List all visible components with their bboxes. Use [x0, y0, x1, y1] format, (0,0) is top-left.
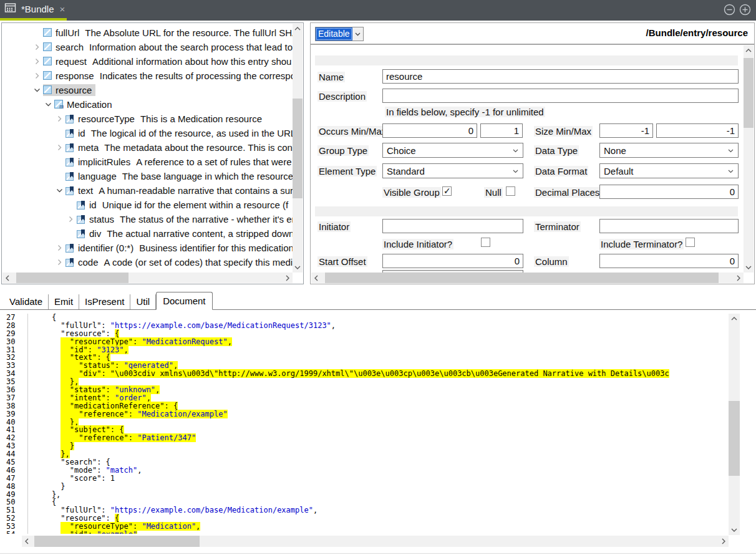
chevron-down-icon[interactable]: [56, 187, 63, 194]
tree-item-div[interactable]: divThe actual narrative content, a strip…: [2, 226, 293, 241]
chevron-right-icon[interactable]: [56, 144, 63, 151]
tree-item-text[interactable]: textA human-readable narrative that cont…: [2, 183, 293, 198]
column-input[interactable]: [599, 254, 739, 268]
tab-document[interactable]: Document: [156, 292, 212, 310]
element-type-value: Standard: [387, 166, 425, 176]
tree-item-name: Medication: [67, 99, 112, 110]
scroll-up-icon[interactable]: [729, 314, 740, 324]
initiator-input[interactable]: [382, 219, 523, 233]
tree-item-language[interactable]: languageThe base language in which the r…: [2, 169, 293, 183]
group-type-select[interactable]: Choice: [382, 143, 523, 158]
include-initiator-checkbox[interactable]: [481, 238, 490, 247]
document-horizontal-scrollbar[interactable]: [22, 536, 729, 547]
name-input[interactable]: [382, 69, 739, 84]
tree-item-search[interactable]: searchInformation about the search proce…: [2, 40, 293, 54]
scroll-right-icon[interactable]: [734, 273, 744, 283]
tree-item-code[interactable]: codeA code (or set of codes) that specif…: [2, 255, 293, 269]
tree-horizontal-scrollbar[interactable]: [2, 273, 293, 283]
document-tab-bundle[interactable]: *Bundle ×: [0, 0, 67, 18]
include-terminator-checkbox[interactable]: [686, 238, 695, 247]
doc-line: 47 "score": 1: [0, 475, 729, 483]
data-type-select[interactable]: None: [599, 143, 739, 158]
tree-item-description: A code (or set of codes) that specify th…: [104, 257, 293, 268]
line-number: 27: [0, 314, 28, 322]
document-vertical-scrollbar[interactable]: [729, 314, 740, 535]
scroll-right-icon[interactable]: [719, 536, 729, 547]
tree-item-name: request: [56, 56, 87, 67]
chevron-right-icon[interactable]: [56, 244, 63, 251]
chevron-right-icon[interactable]: [56, 115, 63, 122]
terminator-input[interactable]: [599, 219, 739, 233]
scroll-thumb[interactable]: [293, 99, 303, 198]
chevron-down-icon[interactable]: [352, 27, 363, 41]
props-vertical-scrollbar[interactable]: [744, 46, 754, 273]
tab-util[interactable]: Util: [130, 294, 156, 309]
null-checkbox[interactable]: [506, 186, 515, 196]
visible-group-checkbox[interactable]: [442, 186, 452, 196]
tree-item-resourcetype[interactable]: resourceTypeThis is a Medication resourc…: [2, 112, 293, 126]
scroll-up-icon[interactable]: [293, 24, 303, 34]
chevron-down-icon[interactable]: [34, 87, 41, 94]
zoom-out-icon[interactable]: [724, 4, 735, 18]
section-strip: [315, 206, 738, 216]
tab-emit[interactable]: Emit: [49, 294, 79, 309]
tree-item-resource[interactable]: resource: [2, 83, 293, 97]
size-min-input[interactable]: [599, 123, 653, 138]
scroll-thumb[interactable]: [16, 273, 128, 283]
scroll-up-icon[interactable]: [744, 46, 754, 56]
tree-item-meta[interactable]: metaThe metadata about the resource. Thi…: [2, 140, 293, 155]
line-number: 48: [0, 483, 28, 491]
element-icon: m: [54, 100, 64, 109]
chevron-down-icon[interactable]: [45, 101, 52, 108]
occurs-max-input[interactable]: [480, 123, 523, 138]
element-type-select[interactable]: Standard: [382, 163, 523, 178]
size-max-input[interactable]: [656, 123, 739, 138]
tab-ispresent[interactable]: IsPresent: [79, 294, 130, 309]
edit-mode-select[interactable]: Editable: [315, 27, 364, 41]
chevron-right-icon[interactable]: [34, 44, 41, 51]
occurs-min-input[interactable]: [382, 123, 477, 138]
tree-item-fullurl[interactable]: fullUrlThe Absolute URL for the resource…: [2, 26, 293, 40]
line-number: 47: [0, 475, 28, 483]
schema-tree: fullUrlThe Absolute URL for the resource…: [2, 23, 293, 273]
tab-validate[interactable]: Validate: [4, 294, 49, 309]
null-label: Null: [484, 187, 503, 198]
close-tab-icon[interactable]: ×: [60, 4, 65, 14]
zoom-in-icon[interactable]: [739, 4, 751, 18]
chevron-right-icon[interactable]: [34, 72, 41, 79]
json-document: 27 {28 "fullUrl": "https://example.com/b…: [0, 314, 729, 534]
tree-item-id[interactable]: idUnique id for the element within a res…: [2, 198, 293, 212]
start-offset-input[interactable]: [382, 254, 523, 268]
scroll-thumb[interactable]: [34, 536, 200, 547]
chevron-right-icon[interactable]: [56, 259, 63, 266]
tree-item-identifier-0-[interactable]: identifier (0:*)Business identifier for …: [2, 241, 293, 255]
chevron-right-icon[interactable]: [34, 58, 41, 65]
props-horizontal-scrollbar[interactable]: [311, 273, 744, 283]
scroll-right-icon[interactable]: [283, 273, 293, 283]
tree-item-status[interactable]: statusThe status of the narrative - whet…: [2, 212, 293, 226]
edit-mode-value: Editable: [316, 27, 352, 41]
column-label: Column: [534, 256, 569, 267]
scroll-left-icon[interactable]: [22, 536, 32, 547]
tree-item-request[interactable]: requestAdditional information about how …: [2, 54, 293, 69]
scroll-thumb[interactable]: [325, 273, 719, 283]
tree-vertical-scrollbar[interactable]: [293, 24, 303, 273]
chevron-right-icon[interactable]: [67, 216, 74, 223]
element-type-label: Element Type: [317, 166, 377, 176]
tree-item-name: status: [89, 214, 114, 224]
tree-item-response[interactable]: responseIndicates the results of process…: [2, 69, 293, 83]
scroll-down-icon[interactable]: [729, 525, 740, 535]
scroll-down-icon[interactable]: [293, 263, 303, 273]
data-format-select[interactable]: Default: [599, 163, 739, 178]
description-input[interactable]: [382, 89, 739, 103]
decimal-places-input[interactable]: [599, 185, 739, 199]
scroll-left-icon[interactable]: [311, 273, 321, 283]
scroll-down-icon[interactable]: [744, 263, 754, 273]
tree-item-id[interactable]: idThe logical id of the resource, as use…: [2, 126, 293, 140]
tree-item-medication[interactable]: mMedication: [2, 97, 293, 112]
tree-item-implicitrules[interactable]: implicitRulesA reference to a set of rul…: [2, 155, 293, 169]
active-tab-underline: [0, 18, 67, 21]
scroll-thumb[interactable]: [744, 58, 754, 128]
scroll-left-icon[interactable]: [2, 273, 12, 283]
scroll-thumb[interactable]: [729, 401, 740, 476]
